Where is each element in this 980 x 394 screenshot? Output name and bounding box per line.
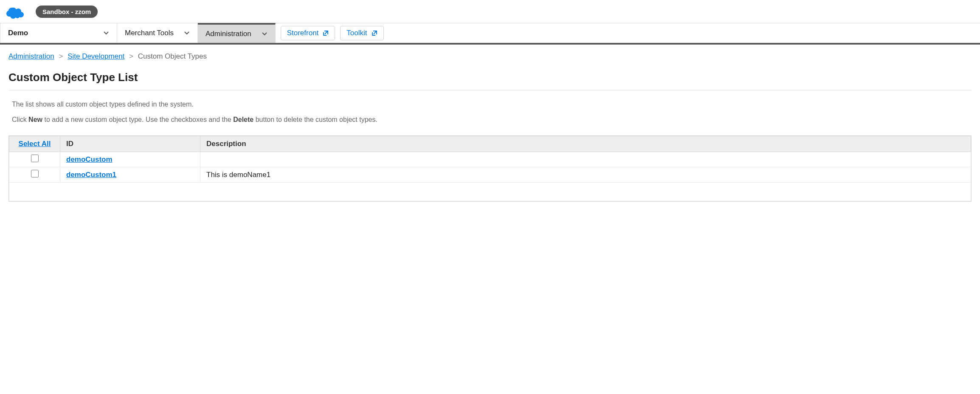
top-bar: Sandbox - zzom <box>0 0 980 23</box>
chevron-down-icon <box>262 31 268 37</box>
breadcrumb-separator: > <box>129 52 133 60</box>
column-header-id: ID <box>60 136 200 152</box>
chevron-down-icon <box>184 30 190 36</box>
nav-administration-label: Administration <box>206 30 251 38</box>
column-header-description: Description <box>200 136 971 152</box>
sandbox-badge: Sandbox - zzom <box>36 6 98 18</box>
breadcrumb-current: Custom Object Types <box>138 52 207 60</box>
breadcrumb-site-development[interactable]: Site Development <box>68 52 124 60</box>
breadcrumb: Administration > Site Development > Cust… <box>8 52 972 61</box>
nav-storefront-label: Storefront <box>287 29 319 37</box>
nav-merchant-tools-label: Merchant Tools <box>125 29 174 37</box>
nav-toolkit-label: Toolkit <box>346 29 367 37</box>
object-id-link[interactable]: demoCustom1 <box>66 171 116 179</box>
row-description: This is demoName1 <box>200 167 971 183</box>
external-link-icon <box>372 30 377 36</box>
object-id-link[interactable]: demoCustom <box>66 155 113 163</box>
page-title: Custom Object Type List <box>8 71 972 90</box>
table-row: demoCustom <box>9 152 971 167</box>
help-text-1: The list shows all custom object types d… <box>8 101 972 108</box>
nav-storefront-button[interactable]: Storefront <box>281 26 335 40</box>
salesforce-logo-icon <box>5 3 29 20</box>
nav-administration[interactable]: Administration <box>198 23 276 43</box>
select-all-link[interactable]: Select All <box>19 140 51 148</box>
row-checkbox[interactable] <box>31 155 39 162</box>
content-area: Administration > Site Development > Cust… <box>0 45 980 209</box>
select-all-header: Select All <box>9 136 60 152</box>
breadcrumb-administration[interactable]: Administration <box>8 52 54 60</box>
external-link-icon <box>323 30 329 36</box>
custom-object-table: Select All ID Description demoCustom dem… <box>8 135 972 202</box>
chevron-down-icon <box>103 30 109 36</box>
table-row: demoCustom1 This is demoName1 <box>9 167 971 183</box>
site-selector[interactable]: Demo <box>0 23 117 43</box>
help-text-2: Click New to add a new custom object typ… <box>8 116 972 124</box>
row-checkbox[interactable] <box>31 170 39 177</box>
site-selector-label: Demo <box>8 29 28 37</box>
nav-bar: Demo Merchant Tools Administration Store… <box>0 23 980 45</box>
nav-toolkit-button[interactable]: Toolkit <box>340 26 383 40</box>
row-description <box>200 152 971 167</box>
nav-merchant-tools[interactable]: Merchant Tools <box>117 23 198 43</box>
empty-footer-row <box>9 183 971 201</box>
breadcrumb-separator: > <box>59 52 63 60</box>
